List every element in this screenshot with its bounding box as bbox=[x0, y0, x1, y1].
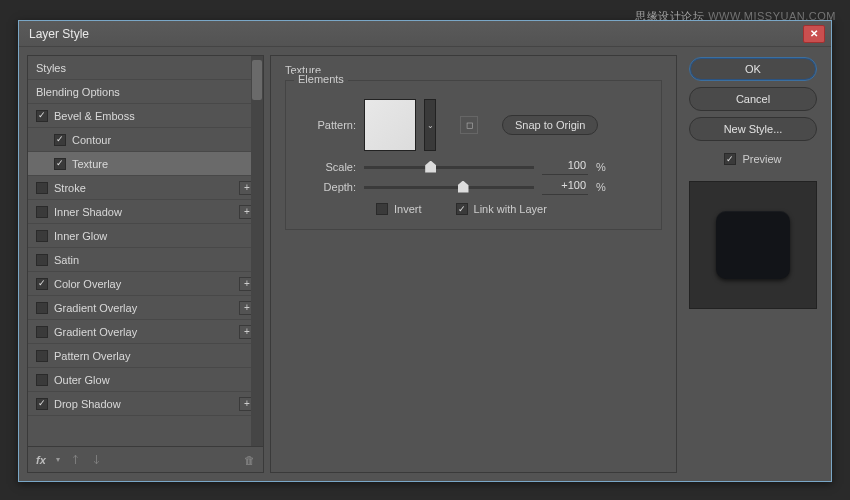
style-checkbox[interactable] bbox=[36, 254, 48, 266]
style-label: Satin bbox=[54, 254, 255, 266]
style-label: Pattern Overlay bbox=[54, 350, 255, 362]
style-label: Drop Shadow bbox=[54, 398, 233, 410]
titlebar[interactable]: Layer Style ✕ bbox=[19, 21, 831, 47]
pattern-label: Pattern: bbox=[300, 119, 356, 131]
style-checkbox[interactable] bbox=[36, 374, 48, 386]
style-checkbox[interactable] bbox=[54, 134, 66, 146]
style-label: Bevel & Emboss bbox=[54, 110, 255, 122]
sidebar-item-gradient-overlay[interactable]: Gradient Overlay+ bbox=[28, 296, 263, 320]
sidebar-item-inner-shadow[interactable]: Inner Shadow+ bbox=[28, 200, 263, 224]
link-with-layer-checkbox[interactable] bbox=[456, 203, 468, 215]
link-with-layer-label: Link with Layer bbox=[474, 203, 547, 215]
depth-label: Depth: bbox=[300, 181, 356, 193]
style-label: Texture bbox=[72, 158, 255, 170]
scale-thumb[interactable] bbox=[425, 161, 436, 173]
sidebar-footer: fx ▾ 🡑 🡓 🗑 bbox=[27, 447, 264, 473]
sidebar-item-contour[interactable]: Contour bbox=[28, 128, 263, 152]
close-button[interactable]: ✕ bbox=[803, 25, 825, 43]
fieldset-legend: Elements bbox=[294, 73, 348, 85]
style-checkbox[interactable] bbox=[36, 398, 48, 410]
style-checkbox[interactable] bbox=[36, 230, 48, 242]
style-checkbox[interactable] bbox=[54, 158, 66, 170]
style-checkbox[interactable] bbox=[36, 350, 48, 362]
scale-value[interactable]: 100 bbox=[542, 159, 588, 175]
pattern-dropdown-icon[interactable]: ⌄ bbox=[424, 99, 436, 151]
move-up-icon[interactable]: 🡑 bbox=[70, 454, 81, 466]
depth-slider[interactable] bbox=[364, 186, 534, 189]
sidebar-item-styles[interactable]: Styles bbox=[28, 56, 263, 80]
style-checkbox[interactable] bbox=[36, 110, 48, 122]
sidebar-item-outer-glow[interactable]: Outer Glow bbox=[28, 368, 263, 392]
cancel-button[interactable]: Cancel bbox=[689, 87, 817, 111]
style-checkbox[interactable] bbox=[36, 278, 48, 290]
new-preset-icon[interactable]: ◻ bbox=[460, 116, 478, 134]
scale-slider[interactable] bbox=[364, 166, 534, 169]
style-label: Inner Glow bbox=[54, 230, 255, 242]
sidebar-item-satin[interactable]: Satin bbox=[28, 248, 263, 272]
preview-swatch bbox=[716, 211, 790, 279]
scrollbar[interactable] bbox=[251, 56, 263, 446]
style-label: Outer Glow bbox=[54, 374, 255, 386]
sidebar-item-stroke[interactable]: Stroke+ bbox=[28, 176, 263, 200]
invert-label: Invert bbox=[394, 203, 422, 215]
style-label: Blending Options bbox=[36, 86, 255, 98]
settings-panel: Texture Elements Pattern: ⌄ ◻ Snap to Or… bbox=[270, 55, 677, 473]
preview-checkbox[interactable] bbox=[724, 153, 736, 165]
sidebar-item-pattern-overlay[interactable]: Pattern Overlay bbox=[28, 344, 263, 368]
layer-style-dialog: Layer Style ✕ StylesBlending OptionsBeve… bbox=[18, 20, 832, 482]
sidebar-item-bevel-emboss[interactable]: Bevel & Emboss bbox=[28, 104, 263, 128]
elements-fieldset: Elements Pattern: ⌄ ◻ Snap to Origin Sca… bbox=[285, 80, 662, 230]
style-checkbox[interactable] bbox=[36, 206, 48, 218]
style-checkbox[interactable] bbox=[36, 302, 48, 314]
pattern-swatch[interactable] bbox=[364, 99, 416, 151]
trash-icon[interactable]: 🗑 bbox=[244, 454, 255, 466]
style-label: Color Overlay bbox=[54, 278, 233, 290]
sidebar-item-inner-glow[interactable]: Inner Glow bbox=[28, 224, 263, 248]
dialog-title: Layer Style bbox=[29, 27, 803, 41]
depth-unit: % bbox=[596, 181, 606, 193]
fx-icon[interactable]: fx bbox=[36, 454, 46, 466]
scroll-thumb[interactable] bbox=[252, 60, 262, 100]
sidebar-item-gradient-overlay[interactable]: Gradient Overlay+ bbox=[28, 320, 263, 344]
scale-unit: % bbox=[596, 161, 606, 173]
depth-value[interactable]: +100 bbox=[542, 179, 588, 195]
move-down-icon[interactable]: 🡓 bbox=[91, 454, 102, 466]
preview-label: Preview bbox=[742, 153, 781, 165]
sidebar-item-texture[interactable]: Texture bbox=[28, 152, 263, 176]
styles-sidebar: StylesBlending OptionsBevel & EmbossCont… bbox=[27, 55, 264, 473]
sidebar-item-color-overlay[interactable]: Color Overlay+ bbox=[28, 272, 263, 296]
ok-button[interactable]: OK bbox=[689, 57, 817, 81]
fx-dropdown-icon[interactable]: ▾ bbox=[56, 455, 60, 464]
style-label: Styles bbox=[36, 62, 255, 74]
snap-to-origin-button[interactable]: Snap to Origin bbox=[502, 115, 598, 135]
preview-box bbox=[689, 181, 817, 309]
new-style-button[interactable]: New Style... bbox=[689, 117, 817, 141]
invert-checkbox[interactable] bbox=[376, 203, 388, 215]
scale-label: Scale: bbox=[300, 161, 356, 173]
style-list: StylesBlending OptionsBevel & EmbossCont… bbox=[27, 55, 264, 447]
style-label: Stroke bbox=[54, 182, 233, 194]
depth-thumb[interactable] bbox=[458, 181, 469, 193]
style-label: Gradient Overlay bbox=[54, 326, 233, 338]
style-checkbox[interactable] bbox=[36, 326, 48, 338]
style-checkbox[interactable] bbox=[36, 182, 48, 194]
style-label: Gradient Overlay bbox=[54, 302, 233, 314]
sidebar-item-blending-options[interactable]: Blending Options bbox=[28, 80, 263, 104]
style-label: Inner Shadow bbox=[54, 206, 233, 218]
right-column: OK Cancel New Style... Preview bbox=[683, 55, 823, 473]
sidebar-item-drop-shadow[interactable]: Drop Shadow+ bbox=[28, 392, 263, 416]
style-label: Contour bbox=[72, 134, 255, 146]
